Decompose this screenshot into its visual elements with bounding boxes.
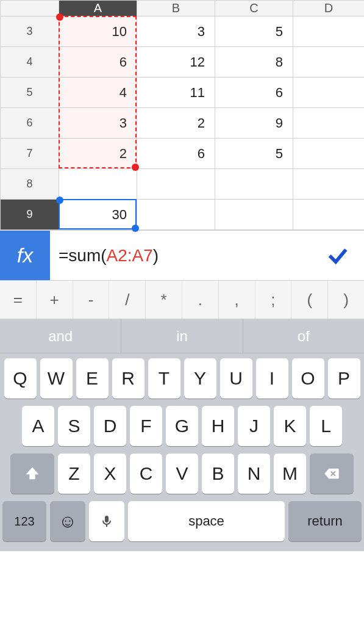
key-s[interactable]: S [58, 406, 90, 446]
symbol-key-equals[interactable]: = [0, 281, 37, 319]
cell-D9[interactable] [293, 200, 365, 230]
backspace-icon [323, 465, 340, 482]
cell-B5[interactable]: 11 [137, 78, 215, 108]
cell-A6[interactable]: 3 [59, 108, 137, 139]
key-f[interactable]: F [130, 406, 162, 446]
key-d[interactable]: D [94, 406, 126, 446]
cell-D8[interactable] [293, 169, 365, 200]
col-header-A[interactable]: A [59, 1, 137, 16]
table-row: 4 6 12 8 [1, 47, 365, 78]
backspace-key[interactable] [310, 453, 354, 494]
col-header-B[interactable]: B [137, 1, 215, 16]
on-screen-keyboard: and in of Q W E R T Y U I O P A S D F G … [0, 319, 364, 551]
symbol-key-lparen[interactable]: ( [291, 281, 328, 319]
cell-C3[interactable]: 5 [215, 16, 293, 47]
key-u[interactable]: U [220, 358, 252, 399]
cell-A8[interactable] [59, 169, 137, 200]
symbol-key-semicolon[interactable]: ; [255, 281, 292, 319]
numbers-key[interactable]: 123 [2, 501, 46, 541]
cell-B4[interactable]: 12 [137, 47, 215, 78]
cell-B7[interactable]: 6 [137, 139, 215, 169]
key-h[interactable]: H [202, 406, 234, 446]
key-p[interactable]: P [328, 358, 360, 399]
confirm-formula-button[interactable] [312, 231, 364, 280]
col-header-C[interactable]: C [215, 1, 293, 16]
cell-D7[interactable] [293, 139, 365, 169]
key-g[interactable]: G [166, 406, 198, 446]
suggestion[interactable]: in [121, 319, 243, 353]
key-k[interactable]: K [274, 406, 306, 446]
key-l[interactable]: L [310, 406, 342, 446]
key-y[interactable]: Y [184, 358, 216, 399]
key-j[interactable]: J [238, 406, 270, 446]
col-header-D[interactable]: D [293, 1, 365, 16]
row-header[interactable]: 7 [1, 139, 59, 169]
symbol-key-rparen[interactable]: ) [328, 281, 364, 319]
cell-C8[interactable] [215, 169, 293, 200]
row-header[interactable]: 9 [1, 200, 59, 230]
checkmark-icon [326, 244, 350, 268]
shift-key[interactable] [10, 453, 54, 494]
cell-D4[interactable] [293, 47, 365, 78]
key-m[interactable]: M [274, 453, 306, 494]
cell-B8[interactable] [137, 169, 215, 200]
svg-rect-0 [105, 516, 109, 522]
symbol-key-slash[interactable]: / [109, 281, 146, 319]
key-r[interactable]: R [112, 358, 145, 399]
cell-A9[interactable]: 30 [59, 200, 137, 230]
space-key[interactable]: space [128, 501, 285, 541]
key-v[interactable]: V [166, 453, 198, 494]
cell-B9[interactable] [137, 200, 215, 230]
row-header[interactable]: 6 [1, 108, 59, 139]
key-c[interactable]: C [130, 453, 162, 494]
keyboard-row-3: Z X C V B N M [2, 453, 362, 494]
cell-B3[interactable]: 3 [137, 16, 215, 47]
key-b[interactable]: B [202, 453, 234, 494]
key-x[interactable]: X [94, 453, 126, 494]
cell-C7[interactable]: 5 [215, 139, 293, 169]
return-key[interactable]: return [288, 501, 362, 541]
symbol-key-dot[interactable]: . [182, 281, 219, 319]
symbol-key-plus[interactable]: + [37, 281, 73, 319]
key-t[interactable]: T [148, 358, 180, 399]
row-header[interactable]: 5 [1, 78, 59, 108]
formula-input[interactable]: =sum(A2:A7) [50, 231, 312, 280]
dictation-key[interactable] [89, 501, 124, 541]
microphone-icon [99, 514, 114, 529]
symbol-key-star[interactable]: * [146, 281, 182, 319]
cell-D5[interactable] [293, 78, 365, 108]
formula-bar: fx =sum(A2:A7) [0, 230, 364, 280]
cell-B6[interactable]: 2 [137, 108, 215, 139]
key-o[interactable]: O [292, 358, 324, 399]
key-w[interactable]: W [40, 358, 73, 399]
key-q[interactable]: Q [4, 358, 37, 399]
suggestion[interactable]: and [0, 319, 121, 353]
suggestion[interactable]: of [243, 319, 364, 353]
key-e[interactable]: E [76, 358, 109, 399]
key-a[interactable]: A [22, 406, 54, 446]
formula-text-prefix: =sum( [59, 246, 107, 266]
row-header[interactable]: 4 [1, 47, 59, 78]
cell-A4[interactable]: 6 [59, 47, 137, 78]
symbol-key-comma[interactable]: , [219, 281, 255, 319]
table-row: 9 30 [1, 200, 365, 230]
symbol-key-minus[interactable]: - [73, 281, 110, 319]
cell-D3[interactable] [293, 16, 365, 47]
cell-C4[interactable]: 8 [215, 47, 293, 78]
key-i[interactable]: I [256, 358, 288, 399]
table-row: 5 4 11 6 [1, 78, 365, 108]
fx-button[interactable]: fx [0, 231, 50, 280]
key-z[interactable]: Z [58, 453, 90, 494]
cell-A7[interactable]: 2 [59, 139, 137, 169]
cell-D6[interactable] [293, 108, 365, 139]
cell-C6[interactable]: 9 [215, 108, 293, 139]
row-header[interactable]: 8 [1, 169, 59, 200]
key-n[interactable]: N [238, 453, 270, 494]
cell-C5[interactable]: 6 [215, 78, 293, 108]
emoji-key[interactable]: ☺ [50, 501, 85, 541]
cell-A5[interactable]: 4 [59, 78, 137, 108]
cell-C9[interactable] [215, 200, 293, 230]
cell-A3[interactable]: 10 [59, 16, 137, 47]
spreadsheet-grid[interactable]: A B C D 3 10 3 5 4 6 12 8 5 4 11 6 6 [0, 0, 364, 230]
row-header[interactable]: 3 [1, 16, 59, 47]
